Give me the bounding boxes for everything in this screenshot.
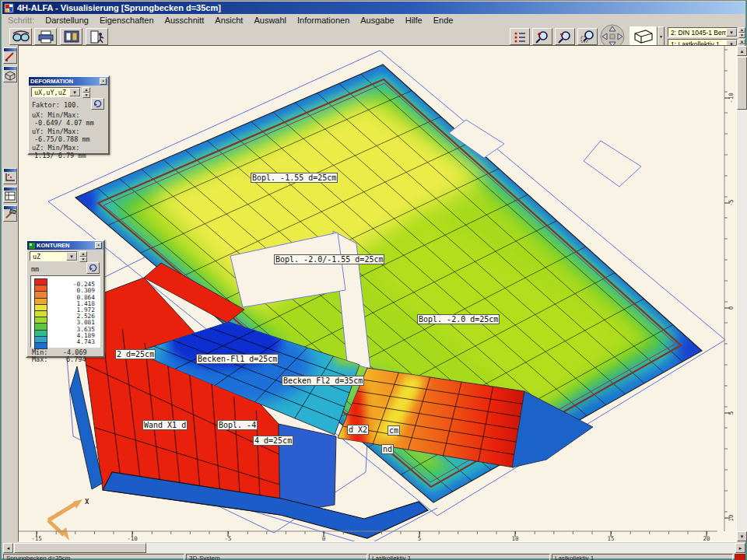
menu-hilfe[interactable]: Hilfe — [400, 15, 428, 26]
book-icon — [64, 30, 79, 43]
panel-tool-button[interactable] — [3, 187, 17, 203]
vertical-scrollbar[interactable]: ▲ ▼ — [737, 46, 747, 541]
axes-tool-button[interactable] — [3, 168, 17, 184]
konturen-spinner[interactable]: ▲▼ — [79, 251, 87, 261]
unit-label: mm — [31, 265, 39, 273]
contour-scale: -0.2450.3090.8641.4181.9722.5263.0813.63… — [30, 275, 100, 348]
scroll-right-icon[interactable]: ► — [735, 543, 745, 553]
refresh-icon — [89, 264, 98, 272]
exit-door-icon — [89, 30, 105, 44]
deformation-mode-value: uX,uY,uZ — [32, 89, 69, 96]
solid-view-button[interactable] — [3, 66, 17, 82]
chevron-down-icon[interactable]: ▼ — [69, 88, 80, 96]
ruler-tick-label: -10 — [127, 535, 138, 541]
menu-darstellung[interactable]: Darstellung — [40, 15, 94, 26]
menu-auswahl[interactable]: Auswahl — [248, 15, 292, 26]
eyeglasses-icon — [12, 30, 30, 43]
pen-icon — [4, 51, 16, 62]
ruler-tick-label: 5 — [418, 535, 422, 541]
deformation-spinner[interactable]: ▲▼ — [82, 87, 90, 97]
design-combo-value: 2: DIN 1045-1 Bemessung — [668, 29, 726, 37]
zoom-in-button[interactable] — [532, 28, 552, 45]
display-options-icon — [514, 31, 526, 43]
menu-schritt: Schritt: — [2, 15, 40, 26]
menu-ende[interactable]: Ende — [428, 15, 459, 26]
view-3d-button[interactable] — [630, 26, 658, 46]
ruler-tick-label: 10 — [511, 535, 519, 541]
zoom-in-icon — [535, 30, 549, 44]
deformation-panel-titlebar[interactable]: DEFORMATION ▪ — [29, 77, 108, 86]
deformation-panel-title: DEFORMATION — [30, 78, 73, 85]
model-canvas[interactable]: X Y -15-10-505101520 -10-50510 Bopl. -1.… — [18, 45, 737, 542]
konturen-panel[interactable]: KONTUREN ▪ uZ ▼ ▲▼ mm -0.2450.3090.8641.… — [26, 240, 105, 358]
status-indicator — [735, 554, 745, 560]
fem-model-view: X Y -15-10-505101520 -10-50510 — [19, 46, 736, 541]
menu-ansicht[interactable]: Ansicht — [209, 15, 248, 26]
chevron-down-icon[interactable]: ▼ — [66, 252, 77, 261]
design-spinner[interactable]: ▲▼ — [738, 27, 745, 37]
cube-icon — [4, 70, 16, 81]
horizontal-scrollbar[interactable]: ◄ ► — [3, 543, 745, 553]
hammer-icon — [4, 209, 16, 220]
close-icon[interactable]: ▪ — [95, 242, 102, 249]
contour-icon — [29, 243, 35, 249]
scale-value: 4.743 — [50, 338, 95, 345]
zoom-out-button[interactable] — [555, 28, 575, 45]
ux-label: uX: Min/Max: — [32, 111, 79, 119]
konturen-panel-title: KONTUREN — [37, 242, 70, 249]
ruler-tick-label: -10 — [728, 93, 735, 103]
uy-value: -6.75/0.788 mm — [34, 135, 90, 143]
hscroll-thumb[interactable] — [14, 543, 146, 553]
max-value: 6.794 — [66, 355, 86, 363]
ruler-tick-label: 0 — [322, 535, 326, 541]
panel-icon — [4, 191, 16, 201]
printer-icon — [38, 30, 54, 44]
ruler-tick-label: -5 — [728, 199, 735, 206]
tools-button[interactable] — [3, 205, 17, 222]
cube-icon — [633, 29, 654, 44]
view-dropdown[interactable]: ▼ — [658, 26, 665, 46]
uy-label: uY: Min/Max: — [32, 128, 79, 135]
close-icon[interactable]: ▪ — [100, 78, 107, 85]
status-loadcase-1: Lastkollektiv 1 — [369, 554, 550, 560]
menu-ausschnitt[interactable]: Ausschnitt — [160, 15, 210, 26]
menu-ausgabe[interactable]: Ausgabe — [355, 15, 399, 26]
uz-value: 1.13/ 6.79 mm — [34, 152, 86, 159]
exit-button[interactable] — [86, 28, 108, 45]
preview-button[interactable] — [9, 28, 32, 45]
ruler-tick-label: 10 — [728, 514, 735, 522]
ruler-tick-label: -15 — [31, 535, 42, 541]
status-model: Sprungbecken d=35cm — [3, 554, 184, 560]
status-system: 3D-System — [186, 554, 367, 560]
title-bar[interactable]: 4H-ALFA - Visualisierung [Sprungbecken d… — [2, 2, 745, 14]
report-button[interactable] — [60, 28, 82, 45]
konturen-mode-combo[interactable]: uZ ▼ — [30, 251, 78, 261]
vscroll-thumb[interactable] — [737, 57, 747, 110]
menu-bar: Schritt: Darstellung Eigenschaften Aussc… — [2, 14, 745, 26]
ruler-tick-label: 0 — [728, 306, 735, 310]
chevron-down-icon[interactable]: ▼ — [726, 28, 737, 37]
apply-button[interactable] — [86, 262, 100, 274]
apply-button[interactable] — [91, 98, 104, 110]
app-window: 4H-ALFA - Visualisierung [Sprungbecken d… — [1, 0, 746, 559]
deformation-panel[interactable]: DEFORMATION ▪ uX,uY,uZ ▼ ▲▼ Faktor: 100.… — [27, 75, 110, 155]
zoom-out-icon — [558, 30, 572, 44]
zoom-window-button[interactable] — [577, 28, 598, 45]
konturen-mode-value: uZ — [30, 253, 66, 261]
design-combo[interactable]: 2: DIN 1045-1 Bemessung ▼ — [668, 27, 738, 37]
window-title: 4H-ALFA - Visualisierung [Sprungbecken d… — [17, 3, 221, 12]
ux-value: -0.649/ 4.07 mm — [34, 119, 94, 127]
svg-text:X: X — [85, 498, 89, 506]
display-options-button[interactable] — [510, 28, 530, 45]
scroll-down-icon[interactable]: ▼ — [737, 531, 747, 541]
scroll-up-icon[interactable]: ▲ — [737, 46, 747, 56]
draw-tool-button[interactable] — [3, 47, 17, 64]
print-button[interactable] — [34, 28, 57, 45]
menu-eigenschaften[interactable]: Eigenschaften — [94, 15, 160, 26]
scroll-left-icon[interactable]: ◄ — [3, 543, 13, 553]
deformation-mode-combo[interactable]: uX,uY,uZ ▼ — [31, 87, 81, 97]
menu-informationen[interactable]: Informationen — [292, 15, 355, 26]
side-toolbar — [2, 46, 18, 541]
axes-icon — [4, 172, 16, 183]
konturen-panel-titlebar[interactable]: KONTUREN ▪ — [27, 241, 103, 250]
